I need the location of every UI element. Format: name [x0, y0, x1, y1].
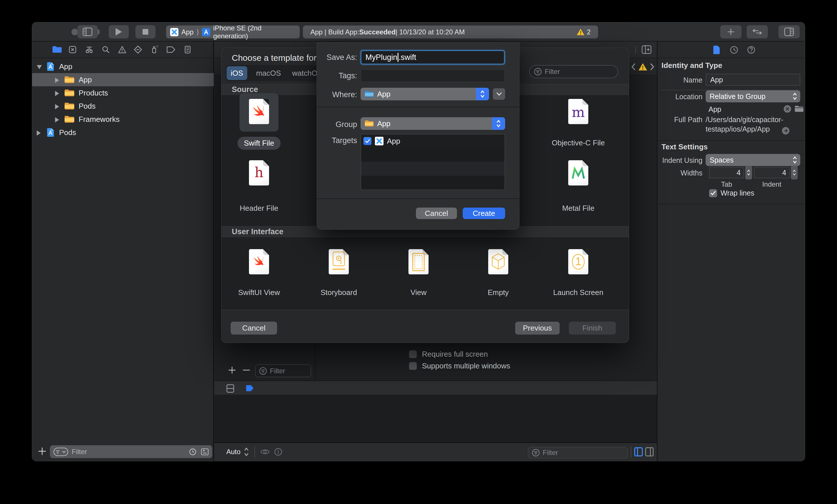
template-swiftui-view[interactable]: [249, 249, 269, 274]
info-icon[interactable]: [274, 448, 283, 456]
scheme-selector[interactable]: App ⟩ iPhone SE (2nd generation): [166, 25, 300, 38]
tab-symbol-navigator[interactable]: [85, 45, 93, 55]
chevron-up-down-icon[interactable]: [244, 447, 249, 457]
disclosure-closed-icon[interactable]: [37, 130, 41, 136]
warning-icon[interactable]: [638, 63, 647, 71]
console-filter-input[interactable]: Filter: [528, 447, 628, 458]
page-fold: [263, 99, 269, 105]
where-dropdown[interactable]: App: [360, 88, 489, 100]
tab-debug-navigator[interactable]: [150, 45, 159, 55]
add-file-button[interactable]: [38, 447, 47, 455]
template-empty[interactable]: [488, 249, 508, 274]
disclosure-closed-icon[interactable]: [55, 117, 59, 122]
indent-width-stepper[interactable]: [791, 166, 798, 179]
checkbox-unchecked-icon: [409, 350, 417, 358]
tree-item-folder-frameworks[interactable]: Frameworks: [32, 113, 214, 126]
sheet-cancel-button[interactable]: Cancel: [416, 208, 457, 219]
folder-icon: [364, 120, 374, 127]
dialog-cancel-button[interactable]: Cancel: [231, 322, 277, 335]
save-as-input[interactable]: MyPlugin .swift: [360, 50, 505, 65]
previous-issue-icon[interactable]: [631, 63, 636, 71]
template-glyph: 1: [568, 255, 588, 268]
navigator-filter-input[interactable]: Filter: [50, 445, 212, 458]
tab-history-inspector[interactable]: [730, 46, 738, 54]
disclosure-closed-icon[interactable]: [55, 78, 59, 83]
tree-item-project-app[interactable]: App: [32, 60, 214, 73]
tab-source-control-navigator[interactable]: [68, 45, 77, 55]
tags-input[interactable]: [360, 69, 505, 82]
disclosure-closed-icon[interactable]: [55, 104, 59, 109]
close-window-button[interactable]: [71, 29, 78, 35]
variables-view-mode[interactable]: Auto: [226, 448, 241, 456]
toggle-inspector-button[interactable]: [779, 25, 800, 38]
add-target-button[interactable]: [228, 366, 236, 374]
checkbox-checked-icon[interactable]: [363, 137, 372, 145]
wrap-lines-label: Wrap lines: [720, 189, 754, 197]
tab-ios[interactable]: iOS: [227, 66, 247, 80]
requires-full-screen-checkbox[interactable]: Requires full screen: [409, 350, 488, 359]
activity-status-bar[interactable]: App | Build App: Succeeded | 10/13/20 at…: [303, 25, 598, 38]
name-field[interactable]: App: [706, 74, 800, 86]
editor-back-forward-button[interactable]: [747, 25, 768, 38]
tab-macos[interactable]: macOS: [251, 66, 286, 80]
clear-location-icon[interactable]: [783, 105, 792, 113]
tree-item-folder-products[interactable]: Products: [32, 86, 214, 100]
tab-file-inspector[interactable]: [713, 45, 720, 54]
breakpoint-marker-icon[interactable]: [246, 385, 254, 392]
template-header-file[interactable]: h: [249, 160, 269, 185]
disclosure-closed-icon[interactable]: [55, 91, 59, 96]
add-editor-icon[interactable]: [642, 45, 652, 54]
tab-report-navigator[interactable]: [183, 45, 192, 55]
show-variables-pane-icon[interactable]: [634, 447, 643, 456]
template-swift-file[interactable]: [249, 99, 269, 124]
location-dropdown[interactable]: Relative to Group: [706, 90, 800, 102]
recent-files-clock-icon[interactable]: [189, 448, 197, 456]
target-row-app[interactable]: App: [361, 134, 504, 148]
sheet-create-button[interactable]: Create: [463, 208, 505, 219]
indent-using-value: Spaces: [710, 156, 733, 164]
choose-folder-icon[interactable]: [795, 105, 804, 113]
tree-item-project-pods[interactable]: Pods: [32, 126, 214, 139]
identity-section-title: Identity and Type: [661, 61, 722, 70]
tab-width-stepper[interactable]: [745, 166, 752, 179]
group-dropdown[interactable]: App: [360, 117, 505, 130]
template-storyboard[interactable]: [329, 249, 349, 274]
stop-button[interactable]: [136, 25, 156, 38]
dialog-previous-button[interactable]: Previous: [515, 322, 559, 335]
template-objc-file[interactable]: m: [568, 99, 588, 124]
remove-target-button[interactable]: [243, 366, 250, 374]
show-console-pane-icon[interactable]: [645, 447, 654, 456]
tree-item-folder-pods[interactable]: Pods: [32, 100, 214, 113]
window-pane-icon[interactable]: [226, 384, 234, 393]
expand-save-panel-button[interactable]: [493, 88, 505, 100]
eye-icon[interactable]: [260, 448, 270, 456]
toggle-navigator-button[interactable]: [77, 25, 97, 38]
next-issue-icon[interactable]: [650, 63, 655, 71]
dialog-finish-button[interactable]: Finish: [569, 322, 616, 335]
template-launch-screen[interactable]: 1: [568, 249, 588, 274]
divider: [657, 204, 805, 204]
tab-find-navigator[interactable]: [102, 45, 110, 55]
source-control-status-filter-icon[interactable]: [201, 448, 209, 455]
tab-help-inspector[interactable]: [747, 46, 755, 54]
wrap-lines-checkbox[interactable]: Wrap lines: [709, 189, 754, 197]
template-view[interactable]: [408, 249, 429, 274]
tab-test-navigator[interactable]: [133, 45, 142, 55]
tree-item-folder-app-selected[interactable]: App: [32, 73, 214, 86]
chevron-up-down-icon: [480, 89, 485, 98]
tab-width-field[interactable]: 4: [709, 167, 744, 178]
tab-issue-navigator[interactable]: [118, 45, 126, 55]
tab-project-navigator[interactable]: [52, 46, 62, 55]
indent-using-dropdown[interactable]: Spaces: [706, 154, 800, 166]
tab-breakpoint-navigator[interactable]: [166, 46, 176, 55]
disclosure-open-icon[interactable]: [37, 65, 42, 69]
run-button[interactable]: [109, 25, 129, 38]
supports-multiple-windows-checkbox[interactable]: Supports multiple windows: [409, 361, 510, 371]
targets-filter-input[interactable]: Filter: [255, 364, 311, 377]
indent-width-field[interactable]: 4: [754, 167, 790, 178]
warning-icon: [576, 29, 585, 36]
template-filter-input[interactable]: Filter: [529, 65, 618, 78]
template-metal-file[interactable]: [568, 160, 588, 185]
open-path-arrow-icon[interactable]: [781, 126, 790, 135]
library-add-button[interactable]: [720, 25, 742, 38]
